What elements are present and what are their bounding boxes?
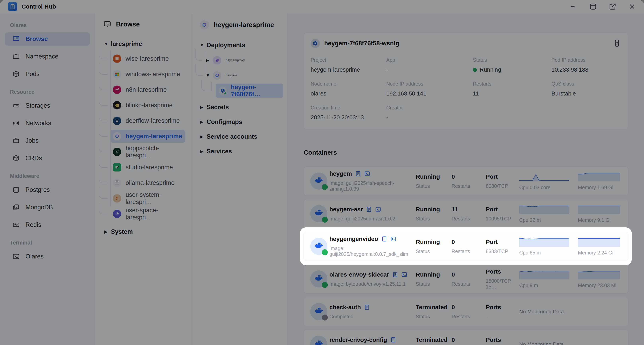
sidebar-item-label: Redis xyxy=(26,221,41,228)
docker-icon xyxy=(310,336,327,345)
tree-node-heygem-laresprime[interactable]: heygem-laresprime xyxy=(110,130,185,143)
container-terminated-dot xyxy=(322,314,328,320)
pod-icon xyxy=(311,39,320,48)
container-logs-button[interactable] xyxy=(364,304,370,310)
container-logs-button[interactable] xyxy=(381,236,387,242)
container-row-heygemgenvideo[interactable]: heygemgenvideo Image: guiji2025/heygem.a… xyxy=(303,232,628,261)
pod-detail-main: heygem-7f68f76f58-wsnlg Project heygem-l… xyxy=(287,13,644,345)
chevron-down-icon[interactable]: ▼ xyxy=(200,43,206,48)
pod-icon xyxy=(218,86,227,95)
chevron-right-icon[interactable]: ▶ xyxy=(200,120,206,124)
sidebar-section-terminal: Terminal xyxy=(10,240,90,246)
container-terminal-button[interactable] xyxy=(375,206,381,212)
field-qos: QoS class Burstable xyxy=(552,81,621,97)
heygem-children: heygem-7f68f76f… xyxy=(216,84,283,98)
chevron-right-icon[interactable]: ▶ xyxy=(206,58,213,63)
container-row-check-auth[interactable]: check-auth Completed TerminatedStatus 0R… xyxy=(303,297,628,326)
sidebar-item-crds[interactable]: CRDs xyxy=(5,152,90,165)
tree-node-wise-laresprime[interactable]: wise-laresprime xyxy=(110,52,180,65)
open-external-button[interactable] xyxy=(608,2,616,10)
sidebar-item-storages[interactable]: Storages xyxy=(5,99,90,112)
container-row-heygem[interactable]: heygem Image: guiji2025/fish-speech-zimi… xyxy=(303,166,628,196)
tree-node-service-accounts[interactable]: ▶ Service accounts xyxy=(196,130,283,143)
sidebar-item-namespace[interactable]: Namespace xyxy=(5,50,90,63)
tree-node-heygem-pod[interactable]: heygem-7f68f76f… xyxy=(216,84,283,98)
sidebar-section-olares: Olares xyxy=(10,22,90,28)
chevron-right-icon[interactable]: ▶ xyxy=(200,105,206,110)
watch-events-button[interactable] xyxy=(613,39,621,48)
sidebar-item-label: Networks xyxy=(26,120,51,127)
sidebar-item-label: Namespace xyxy=(26,53,58,60)
sidebar-item-label: Jobs xyxy=(26,137,38,144)
tree-node-configmaps[interactable]: ▶ Configmaps xyxy=(196,116,283,128)
tree-node-deployments[interactable]: ▼ Deployments xyxy=(196,38,283,52)
chevron-right-icon[interactable]: ▶ xyxy=(200,134,206,139)
heygemproxy-icon xyxy=(213,56,221,64)
maximize-button[interactable] xyxy=(589,2,597,10)
container-logs-button[interactable] xyxy=(355,171,361,177)
sidebar-item-label: Olares xyxy=(26,253,44,260)
tree-node-label: heygem-7f68f76f… xyxy=(231,84,280,98)
tree-node-hoppscotch-laresprime[interactable]: hoppscotch-larespri… xyxy=(110,145,187,158)
chevron-right-icon[interactable]: ▶ xyxy=(200,149,206,154)
container-row-heygem-asr[interactable]: heygem-asr Image: guiji2025/fun-asr:1.0.… xyxy=(303,199,628,228)
container-logs-button[interactable] xyxy=(366,206,372,212)
namespace-icon xyxy=(12,53,20,60)
blinko-app-icon xyxy=(113,101,121,110)
container-logs-button[interactable] xyxy=(390,337,396,343)
container-terminal-button[interactable] xyxy=(390,236,396,242)
tree-node-label: Configmaps xyxy=(206,118,242,126)
sidebar-item-jobs[interactable]: Jobs xyxy=(5,134,90,147)
control-hub-window: Control Hub Olares Browse xyxy=(0,0,644,345)
browse-panel: Browse ▼ laresprime wise-laresprime w xyxy=(95,13,192,345)
container-terminal-button[interactable] xyxy=(364,171,370,177)
container-terminal-button[interactable] xyxy=(402,272,408,278)
wise-app-icon xyxy=(113,54,121,63)
chevron-right-icon[interactable]: ▶ xyxy=(104,230,111,234)
tree-node-heygemproxy[interactable]: ▶ heygemproxy xyxy=(206,53,283,67)
tree-node-system[interactable]: ▶ System xyxy=(99,225,187,238)
tree-node-user-system-laresprime[interactable]: user-system-larespri… xyxy=(110,192,187,205)
chevron-down-icon[interactable]: ▼ xyxy=(104,42,111,46)
mongodb-icon xyxy=(12,204,20,211)
tree-node-user-space-laresprime[interactable]: user-space-larespri… xyxy=(110,207,187,220)
tree-node-label: Deployments xyxy=(206,42,246,49)
container-name: heygem xyxy=(329,170,352,177)
tree-node-blinko-laresprime[interactable]: blinko-laresprime xyxy=(110,99,180,112)
tree-node-n8n-laresprime[interactable]: n8n-laresprime xyxy=(110,83,180,96)
tree-node-laresprime[interactable]: ▼ laresprime xyxy=(99,38,187,50)
close-button[interactable] xyxy=(628,2,636,10)
sidebar-item-browse[interactable]: Browse xyxy=(5,32,90,46)
field-creator: Creator - xyxy=(386,105,473,121)
tree-node-studio-laresprime[interactable]: studio-laresprime xyxy=(110,161,180,174)
chevron-down-icon[interactable]: ▼ xyxy=(206,73,213,78)
minimize-button[interactable] xyxy=(570,2,578,10)
laresprime-children: wise-laresprime windows-laresprime n8n-l… xyxy=(110,52,187,220)
tree-node-label: wise-laresprime xyxy=(126,55,169,62)
sidebar-item-redis[interactable]: Redis xyxy=(5,218,90,232)
tree-node-ollama-laresprime[interactable]: ollama-laresprime xyxy=(110,176,180,190)
sidebar-item-pods[interactable]: Pods xyxy=(5,68,90,80)
sidebar-item-networks[interactable]: Networks xyxy=(5,116,90,130)
running-dot xyxy=(224,92,227,95)
cpu-sparkline xyxy=(519,270,569,279)
windows-app-icon xyxy=(113,70,121,78)
tree-node-label: laresprime xyxy=(111,40,142,48)
container-running-dot xyxy=(322,249,328,255)
tree-node-secrets[interactable]: ▶ Secrets xyxy=(196,101,283,114)
container-name: render-envoy-config xyxy=(329,336,387,343)
sidebar-item-postgres[interactable]: Postgres xyxy=(5,183,90,196)
sidebar-item-mongodb[interactable]: MongoDB xyxy=(5,201,90,214)
ollama-app-icon xyxy=(113,179,121,187)
tree-node-deerflow-laresprime[interactable]: deerflow-laresprime xyxy=(110,114,182,127)
tree-node-windows-laresprime[interactable]: windows-laresprime xyxy=(110,68,183,81)
tree-node-services[interactable]: ▶ Services xyxy=(196,145,283,158)
tree-node-heygem-deployment[interactable]: ▼ heygem xyxy=(206,68,283,82)
sidebar-item-olares-terminal[interactable]: Olares xyxy=(5,250,90,263)
container-row-render-envoy-config[interactable]: render-envoy-config Completed Terminated… xyxy=(303,330,628,345)
deployments-children: ▶ heygemproxy ▼ heygem xyxy=(206,53,283,98)
container-row-olares-envoy-sidecar[interactable]: olares-envoy-sidecar Image: bytetrade/en… xyxy=(303,264,628,294)
container-name: olares-envoy-sidecar xyxy=(329,271,389,278)
studio-app-icon xyxy=(113,163,121,172)
container-logs-button[interactable] xyxy=(392,272,398,278)
